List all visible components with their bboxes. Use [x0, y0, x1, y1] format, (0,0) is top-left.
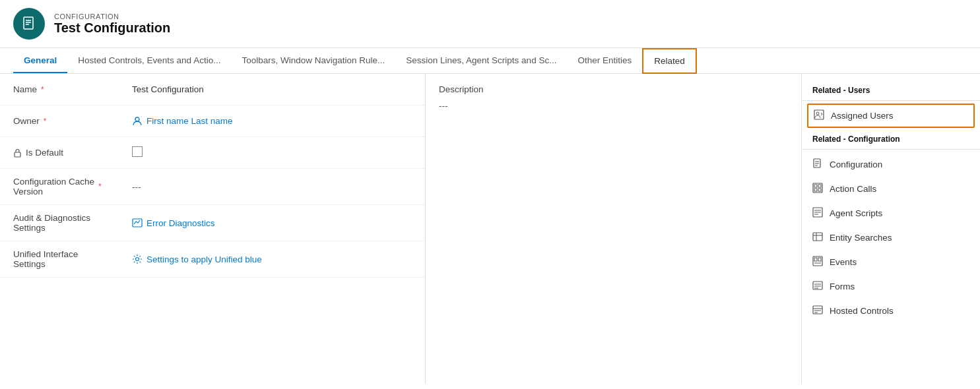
related-config-title: Related - Configuration [802, 129, 980, 146]
config-cache-label: Configuration CacheVersion * [13, 177, 132, 196]
hosted-controls-icon [812, 305, 823, 317]
tab-session-lines[interactable]: Session Lines, Agent Scripts and Sc... [395, 49, 567, 73]
related-item-assigned-users[interactable]: Assigned Users [807, 104, 975, 128]
svg-rect-28 [818, 258, 821, 261]
is-default-value [132, 146, 412, 159]
name-row: Name * Test Configuration [0, 74, 425, 105]
related-item-action-calls[interactable]: Action Calls [802, 177, 980, 201]
action-calls-icon [812, 183, 823, 195]
configuration-icon [812, 158, 823, 171]
main-content: Name * Test Configuration Owner * First … [0, 74, 980, 384]
diagnostics-icon [132, 218, 143, 228]
unified-row: Unified InterfaceSettings Settings to ap… [0, 241, 425, 278]
lock-icon [13, 148, 22, 158]
svg-rect-18 [818, 189, 821, 191]
divider-users [802, 100, 980, 101]
forms-label: Forms [830, 282, 855, 291]
tab-bar: General Hosted Controls, Events and Acti… [0, 48, 980, 74]
agent-scripts-icon [812, 207, 823, 220]
tab-general[interactable]: General [13, 49, 67, 73]
config-cache-value[interactable]: --- [132, 182, 412, 192]
config-cache-required: * [98, 182, 102, 191]
svg-point-7 [136, 258, 139, 261]
name-value[interactable]: Test Configuration [132, 84, 412, 94]
is-default-checkbox[interactable] [132, 146, 143, 157]
audit-row: Audit & DiagnosticsSettings Error Diagno… [0, 205, 425, 241]
name-required: * [41, 85, 44, 94]
hosted-controls-label: Hosted Controls [830, 306, 894, 316]
owner-required: * [44, 117, 47, 126]
svg-rect-15 [814, 185, 817, 187]
description-label: Description [439, 84, 788, 94]
unified-value[interactable]: Settings to apply Unified blue [132, 254, 412, 264]
svg-rect-16 [818, 185, 821, 187]
agent-scripts-label: Agent Scripts [830, 208, 882, 218]
svg-point-4 [135, 117, 139, 121]
tab-toolbars[interactable]: Toolbars, Window Navigation Rule... [231, 49, 395, 73]
entity-searches-icon [812, 231, 823, 244]
svg-point-9 [816, 112, 819, 115]
related-panel: Related - Users Assigned Users Related -… [802, 74, 980, 384]
page-header: CONFIGURATION Test Configuration [0, 0, 980, 48]
tab-other-entities[interactable]: Other Entities [567, 49, 642, 73]
entity-searches-label: Entity Searches [830, 233, 892, 243]
svg-rect-27 [814, 258, 817, 261]
owner-value[interactable]: First name Last name [132, 116, 412, 127]
config-title: Test Configuration [54, 20, 170, 36]
svg-rect-23 [813, 233, 822, 241]
svg-rect-0 [24, 17, 33, 29]
name-label: Name * [13, 84, 132, 94]
owner-row: Owner * First name Last name [0, 105, 425, 137]
related-item-agent-scripts[interactable]: Agent Scripts [802, 201, 980, 225]
config-icon [13, 8, 45, 40]
svg-rect-8 [814, 110, 824, 119]
settings-icon [132, 254, 143, 264]
assigned-users-icon [814, 109, 824, 122]
related-item-events[interactable]: Events [802, 250, 980, 274]
svg-rect-5 [15, 152, 20, 157]
action-calls-label: Action Calls [830, 184, 876, 194]
is-default-label: Is Default [13, 148, 132, 158]
person-icon [132, 116, 143, 127]
tab-related[interactable]: Related [642, 48, 697, 74]
tab-hosted-controls[interactable]: Hosted Controls, Events and Actio... [67, 49, 231, 73]
owner-label: Owner * [13, 116, 132, 126]
form-panel: Name * Test Configuration Owner * First … [0, 74, 426, 384]
header-text-block: CONFIGURATION Test Configuration [54, 13, 170, 36]
unified-label: Unified InterfaceSettings [13, 249, 132, 269]
is-default-row: Is Default [0, 137, 425, 169]
description-value: --- [439, 101, 788, 111]
related-item-hosted-controls[interactable]: Hosted Controls [802, 299, 980, 323]
audit-label: Audit & DiagnosticsSettings [13, 213, 132, 233]
events-icon [812, 256, 823, 268]
related-item-configuration[interactable]: Configuration [802, 152, 980, 177]
related-users-title: Related - Users [802, 80, 980, 98]
description-panel: Description --- [426, 74, 802, 384]
audit-value[interactable]: Error Diagnostics [132, 218, 412, 228]
config-label: CONFIGURATION [54, 13, 170, 20]
assigned-users-label: Assigned Users [831, 111, 894, 121]
events-label: Events [830, 257, 857, 267]
related-item-entity-searches[interactable]: Entity Searches [802, 225, 980, 250]
divider-config [802, 149, 980, 150]
related-item-forms[interactable]: Forms [802, 274, 980, 299]
configuration-label: Configuration [830, 160, 882, 169]
svg-rect-17 [814, 189, 817, 191]
forms-icon [812, 280, 823, 293]
config-cache-row: Configuration CacheVersion * --- [0, 169, 425, 205]
